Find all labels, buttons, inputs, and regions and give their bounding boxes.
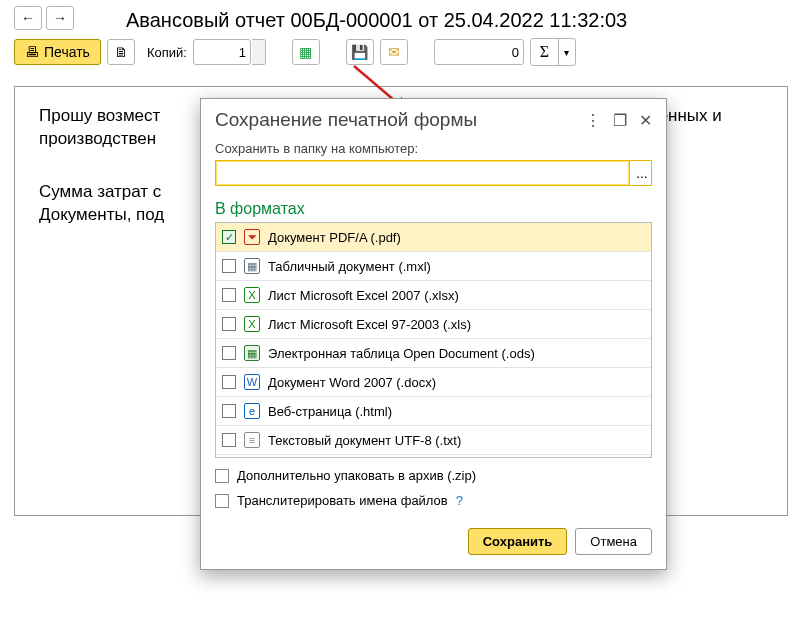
print-button[interactable]: 🖶 Печать	[14, 39, 101, 65]
zip-checkbox[interactable]	[215, 469, 229, 483]
pdf-file-icon: ⏷	[244, 229, 260, 245]
save-button[interactable]: Сохранить	[468, 528, 568, 555]
xls-file-icon: X	[244, 287, 260, 303]
print-label: Печать	[44, 44, 90, 60]
save-toolbar-button[interactable]: 💾	[346, 39, 374, 65]
format-label: Веб-страница (.html)	[268, 404, 392, 419]
txt-file-icon: ≡	[244, 432, 260, 448]
kebab-icon[interactable]: ⋮	[585, 111, 601, 130]
preview-button[interactable]: 🗎	[107, 39, 135, 65]
format-row[interactable]: ▦Табличный документ (.mxl)	[216, 252, 651, 281]
ods-file-icon: ▦	[244, 345, 260, 361]
envelope-icon: ✉	[388, 44, 400, 60]
format-label: Табличный документ (.mxl)	[268, 259, 431, 274]
formats-heading: В форматах	[215, 200, 652, 218]
format-label: Лист Microsoft Excel 97-2003 (.xls)	[268, 317, 471, 332]
format-row[interactable]: eВеб-страница (.html)	[216, 397, 651, 426]
floppy-icon: 💾	[351, 44, 368, 60]
format-row[interactable]: XЛист Microsoft Excel 97-2003 (.xls)	[216, 310, 651, 339]
translit-checkbox[interactable]	[215, 494, 229, 508]
page-title: Авансовый отчет 00БД-000001 от 25.04.202…	[126, 9, 627, 32]
translit-label: Транслитерировать имена файлов	[237, 493, 448, 508]
back-button[interactable]: ←	[14, 6, 42, 30]
format-label: Электронная таблица Open Document (.ods)	[268, 346, 535, 361]
printer-icon: 🖶	[25, 44, 39, 60]
sigma-icon: Σ	[531, 39, 559, 65]
format-checkbox[interactable]	[222, 346, 236, 360]
format-row[interactable]: ≡Текстовый документ ANSI (.txt)	[216, 455, 651, 458]
format-row[interactable]: ▦Электронная таблица Open Document (.ods…	[216, 339, 651, 368]
format-checkbox[interactable]	[222, 288, 236, 302]
dialog-title: Сохранение печатной формы	[215, 109, 477, 131]
format-row[interactable]: XЛист Microsoft Excel 2007 (.xlsx)	[216, 281, 651, 310]
format-label: Текстовый документ UTF-8 (.txt)	[268, 433, 461, 448]
format-row[interactable]: ✓⏷Документ PDF/A (.pdf)	[216, 223, 651, 252]
copies-input[interactable]	[193, 39, 251, 65]
browse-button[interactable]: ...	[630, 160, 652, 186]
page-magnifier-icon: 🗎	[114, 44, 128, 60]
format-checkbox[interactable]	[222, 433, 236, 447]
doc-text: Прошу возмест	[39, 106, 160, 125]
doc-text: Документы, под	[39, 205, 164, 224]
format-row[interactable]: WДокумент Word 2007 (.docx)	[216, 368, 651, 397]
table-settings-button[interactable]: ▦	[292, 39, 320, 65]
mxl-file-icon: ▦	[244, 258, 260, 274]
table-gear-icon: ▦	[299, 44, 312, 60]
sum-button[interactable]: Σ ▾	[530, 38, 576, 66]
format-checkbox[interactable]	[222, 404, 236, 418]
doc-text: Сумма затрат с	[39, 182, 161, 201]
copies-label: Копий:	[147, 45, 187, 60]
folder-label: Сохранить в папку на компьютер:	[215, 141, 652, 156]
sigma-dropdown[interactable]: ▾	[559, 39, 575, 65]
forward-button[interactable]: →	[46, 6, 74, 30]
save-dialog: Сохранение печатной формы ⋮ ❐ ✕ Сохранит…	[200, 98, 667, 570]
html-file-icon: e	[244, 403, 260, 419]
copies-spinner[interactable]	[252, 39, 266, 65]
cancel-button[interactable]: Отмена	[575, 528, 652, 555]
secondary-input[interactable]	[434, 39, 524, 65]
format-checkbox[interactable]: ✓	[222, 230, 236, 244]
close-icon[interactable]: ✕	[639, 111, 652, 130]
window-restore-icon[interactable]: ❐	[613, 111, 627, 130]
format-label: Документ Word 2007 (.docx)	[268, 375, 436, 390]
format-label: Лист Microsoft Excel 2007 (.xlsx)	[268, 288, 459, 303]
format-checkbox[interactable]	[222, 259, 236, 273]
format-label: Документ PDF/A (.pdf)	[268, 230, 401, 245]
mail-button[interactable]: ✉	[380, 39, 408, 65]
format-row[interactable]: ≡Текстовый документ UTF-8 (.txt)	[216, 426, 651, 455]
xls-file-icon: X	[244, 316, 260, 332]
doc-file-icon: W	[244, 374, 260, 390]
formats-list[interactable]: ✓⏷Документ PDF/A (.pdf)▦Табличный докуме…	[215, 222, 652, 458]
format-checkbox[interactable]	[222, 317, 236, 331]
format-checkbox[interactable]	[222, 375, 236, 389]
help-icon[interactable]: ?	[456, 493, 463, 508]
folder-input[interactable]	[215, 160, 630, 186]
zip-label: Дополнительно упаковать в архив (.zip)	[237, 468, 476, 483]
